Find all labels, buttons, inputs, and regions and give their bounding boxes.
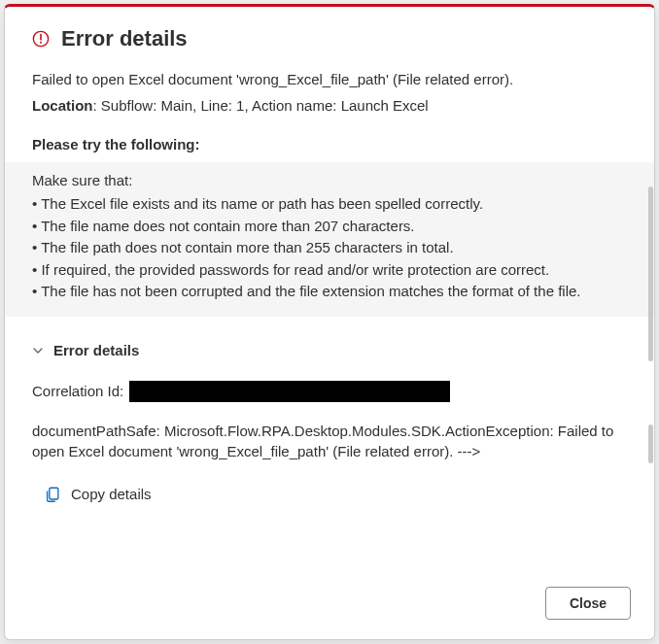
error-location: Location: Subflow: Main, Line: 1, Action…	[32, 95, 627, 118]
copy-icon	[44, 486, 61, 503]
scrollbar-thumb[interactable]	[648, 186, 653, 361]
error-details-section: Error details Correlation Id: documentPa…	[32, 340, 627, 506]
error-circle-icon	[32, 30, 50, 48]
suggestion-item: • The file path does not contain more th…	[32, 237, 627, 259]
error-details-toggle[interactable]: Error details	[32, 340, 627, 362]
copy-details-button[interactable]: Copy details	[32, 484, 627, 506]
copy-details-label: Copy details	[71, 484, 152, 506]
suggestion-item: • The Excel file exists and its name or …	[32, 193, 627, 216]
scrollbar-thumb[interactable]	[648, 424, 653, 463]
make-sure-label: Make sure that:	[32, 170, 627, 192]
correlation-id-redacted	[129, 381, 450, 402]
location-value: : Subflow: Main, Line: 1, Action name: L…	[93, 97, 429, 114]
svg-point-2	[40, 42, 42, 44]
location-label: Location	[32, 97, 93, 114]
error-message: Failed to open Excel document 'wrong_Exc…	[32, 69, 627, 91]
error-details-label: Error details	[53, 340, 139, 362]
chevron-down-icon	[32, 345, 44, 356]
suggestions-box: Make sure that: • The Excel file exists …	[5, 162, 654, 317]
dialog-header: Error details	[5, 7, 654, 61]
dialog-footer: Close	[5, 569, 654, 639]
correlation-row: Correlation Id:	[32, 381, 627, 403]
suggestion-item: • If required, the provided passwords fo…	[32, 259, 627, 282]
try-following-header: Please try the following:	[32, 134, 627, 156]
dialog-title: Error details	[61, 26, 188, 51]
exception-text: documentPathSafe: Microsoft.Flow.RPA.Des…	[32, 421, 627, 463]
error-dialog: Error details Failed to open Excel docum…	[4, 4, 655, 640]
close-button[interactable]: Close	[545, 587, 631, 620]
correlation-label: Correlation Id:	[32, 381, 123, 403]
dialog-body: Failed to open Excel document 'wrong_Exc…	[5, 61, 654, 569]
svg-rect-3	[50, 489, 58, 500]
suggestion-item: • The file name does not contain more th…	[32, 216, 627, 238]
suggestion-item: • The file has not been corrupted and th…	[32, 281, 627, 303]
